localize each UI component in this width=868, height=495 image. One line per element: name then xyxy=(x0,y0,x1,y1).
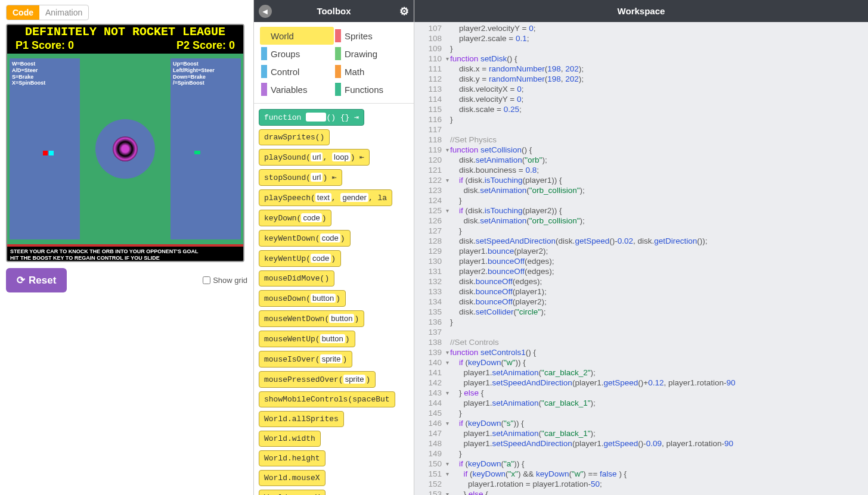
code-line[interactable]: 112 disk.y = randomNumber(198, 202); xyxy=(414,74,868,84)
code-line[interactable]: 139▾function setControls1() { xyxy=(414,347,868,357)
code-line[interactable]: 115 disk.scale = 0.25; xyxy=(414,104,868,114)
code-content[interactable]: player1.setSpeedAndDirection(player1.get… xyxy=(450,438,733,449)
toolbox-block[interactable]: showMobileControls(spaceBut xyxy=(259,391,395,407)
code-content[interactable]: disk.bounceOff(edges); xyxy=(450,276,542,287)
code-content[interactable]: disk.setSpeedAndDirection(disk.getSpeed(… xyxy=(450,236,708,246)
category-variables[interactable]: Variables xyxy=(260,80,334,98)
code-line[interactable]: 118//Set Physics xyxy=(414,135,868,145)
code-content[interactable]: } xyxy=(450,449,462,459)
category-control[interactable]: Control xyxy=(260,63,334,80)
code-line[interactable]: 129 player1.bounce(player2); xyxy=(414,246,868,256)
code-content[interactable]: } xyxy=(450,114,453,124)
code-line[interactable]: 127 } xyxy=(414,226,868,236)
code-line[interactable]: 114 disk.velocityY = 0; xyxy=(414,94,868,104)
reset-button[interactable]: ⟳ Reset xyxy=(6,268,67,292)
fold-icon[interactable]: ▾ xyxy=(446,388,449,398)
code-content[interactable]: player1.setAnimation("car_black_1"); xyxy=(450,428,596,438)
category-math[interactable]: Math xyxy=(334,63,408,80)
fold-icon[interactable]: ▾ xyxy=(446,469,449,479)
toolbox-block[interactable]: World.mouseY xyxy=(259,490,326,495)
code-content[interactable]: if (disk.isTouching(player1)) { xyxy=(450,175,562,185)
code-content[interactable]: disk.setAnimation("orb"); xyxy=(450,155,547,165)
code-line[interactable]: 119▾function setCollision() { xyxy=(414,145,868,155)
code-content[interactable]: if (keyDown("w")) { xyxy=(450,357,526,368)
code-line[interactable]: 137 xyxy=(414,327,868,337)
code-line[interactable]: 107 player2.velocityY = 0; xyxy=(414,23,868,33)
toolbox-block[interactable]: mouseDown(button) xyxy=(259,290,346,307)
code-content[interactable]: //Set Physics xyxy=(450,135,497,145)
code-content[interactable]: if (disk.isTouching(player2)) { xyxy=(450,206,562,216)
code-content[interactable]: disk.bounceOff(player1); xyxy=(450,287,547,297)
category-sprites[interactable]: Sprites xyxy=(334,27,408,45)
code-content[interactable]: function setCollision() { xyxy=(450,145,532,155)
code-line[interactable]: 125▾ if (disk.isTouching(player2)) { xyxy=(414,206,868,216)
code-content[interactable]: disk.bounciness = 0.8; xyxy=(450,165,539,175)
toolbox-block[interactable]: mouseWentDown(button) xyxy=(259,310,364,327)
code-line[interactable]: 109} xyxy=(414,43,868,54)
code-content[interactable]: disk.setAnimation("orb_collision"); xyxy=(450,216,585,226)
code-content[interactable]: player2.velocityY = 0; xyxy=(450,23,536,33)
code-line[interactable]: 116} xyxy=(414,114,868,124)
code-line[interactable]: 138//Set Controls xyxy=(414,337,868,347)
fold-icon[interactable]: ▾ xyxy=(446,489,449,495)
code-line[interactable]: 136} xyxy=(414,317,868,327)
code-content[interactable]: disk.bounceOff(player2); xyxy=(450,297,547,307)
code-line[interactable]: 134 disk.bounceOff(player2); xyxy=(414,297,868,307)
toolbox-block[interactable]: World.mouseX xyxy=(259,470,326,486)
code-content[interactable]: player1.bounceOff(edges); xyxy=(450,256,554,266)
code-content[interactable]: function setDisk() { xyxy=(450,54,517,64)
toolbox-block[interactable]: World.height xyxy=(259,450,326,466)
code-line[interactable]: 143▾ } else { xyxy=(414,388,868,398)
code-content[interactable]: } else { xyxy=(450,388,483,398)
code-editor[interactable]: 107 player2.velocityY = 0;108 player2.sc… xyxy=(414,22,868,495)
code-content[interactable]: function setControls1() { xyxy=(450,347,536,357)
code-line[interactable]: 120 disk.setAnimation("orb"); xyxy=(414,155,868,165)
code-line[interactable]: 146▾ if (keyDown("s")) { xyxy=(414,418,868,428)
code-line[interactable]: 113 disk.velocityX = 0; xyxy=(414,84,868,94)
toolbox-block[interactable]: mouseWentUp(button) xyxy=(259,331,355,347)
code-line[interactable]: 111 disk.x = randomNumber(198, 202); xyxy=(414,64,868,74)
code-content[interactable]: } xyxy=(450,195,462,206)
fold-icon[interactable]: ▾ xyxy=(446,145,449,155)
code-line[interactable]: 110▾function setDisk() { xyxy=(414,54,868,64)
code-line[interactable]: 147 player1.setAnimation("car_black_1"); xyxy=(414,428,868,438)
code-content[interactable]: disk.setAnimation("orb_collision"); xyxy=(450,185,585,195)
category-groups[interactable]: Groups xyxy=(260,45,334,63)
code-content[interactable]: player2.scale = 0.1; xyxy=(450,33,529,43)
code-content[interactable]: player1.rotation = player1.rotation-50; xyxy=(450,479,602,489)
code-line[interactable]: 150▾ if (keyDown("a")) { xyxy=(414,459,868,469)
tab-code[interactable]: Code xyxy=(7,5,39,20)
toolbox-block[interactable]: mouseIsOver(sprite) xyxy=(259,351,352,368)
toolbox-block[interactable]: mousePressedOver(sprite) xyxy=(259,371,376,388)
code-line[interactable]: 131 player2.bounceOff(edges); xyxy=(414,266,868,276)
toolbox-block[interactable]: World.width xyxy=(259,431,321,447)
fold-icon[interactable]: ▾ xyxy=(446,418,449,428)
code-content[interactable]: disk.velocityX = 0; xyxy=(450,84,523,94)
tab-animation[interactable]: Animation xyxy=(39,5,88,20)
code-content[interactable]: player2.bounceOff(edges); xyxy=(450,266,554,276)
fold-icon[interactable]: ▾ xyxy=(446,459,449,469)
code-line[interactable]: 144 player1.setAnimation("car_black_1"); xyxy=(414,398,868,408)
code-line[interactable]: 121 disk.bounciness = 0.8; xyxy=(414,165,868,175)
code-content[interactable]: player1.setSpeedAndDirection(player1.get… xyxy=(450,378,736,388)
category-drawing[interactable]: Drawing xyxy=(334,45,408,63)
toolbox-blocks[interactable]: function draw() {} ⇥drawSprites()playSou… xyxy=(254,104,414,495)
code-line[interactable]: 140▾ if (keyDown("w")) { xyxy=(414,357,868,368)
code-line[interactable]: 122▾ if (disk.isTouching(player1)) { xyxy=(414,175,868,185)
toolbox-block[interactable]: World.allSprites xyxy=(259,411,344,427)
code-line[interactable]: 123 disk.setAnimation("orb_collision"); xyxy=(414,185,868,195)
code-content[interactable]: } xyxy=(450,43,453,54)
code-line[interactable]: 128 disk.setSpeedAndDirection(disk.getSp… xyxy=(414,236,868,246)
code-line[interactable]: 132 disk.bounceOff(edges); xyxy=(414,276,868,287)
code-line[interactable]: 126 disk.setAnimation("orb_collision"); xyxy=(414,216,868,226)
toolbox-block[interactable]: playSpeech(text, gender, la xyxy=(259,189,392,206)
code-line[interactable]: 130 player1.bounceOff(edges); xyxy=(414,256,868,266)
show-grid-checkbox[interactable] xyxy=(203,276,210,284)
code-content[interactable]: disk.velocityY = 0; xyxy=(450,94,523,104)
toolbox-block[interactable]: mouseDidMove() xyxy=(259,270,334,287)
code-line[interactable]: 142 player1.setSpeedAndDirection(player1… xyxy=(414,378,868,388)
code-content[interactable]: player1.setAnimation("car_black_2"); xyxy=(450,368,596,378)
code-content[interactable]: disk.setCollider("circle"); xyxy=(450,307,545,317)
code-line[interactable]: 108 player2.scale = 0.1; xyxy=(414,33,868,43)
code-content[interactable]: } xyxy=(450,317,453,327)
